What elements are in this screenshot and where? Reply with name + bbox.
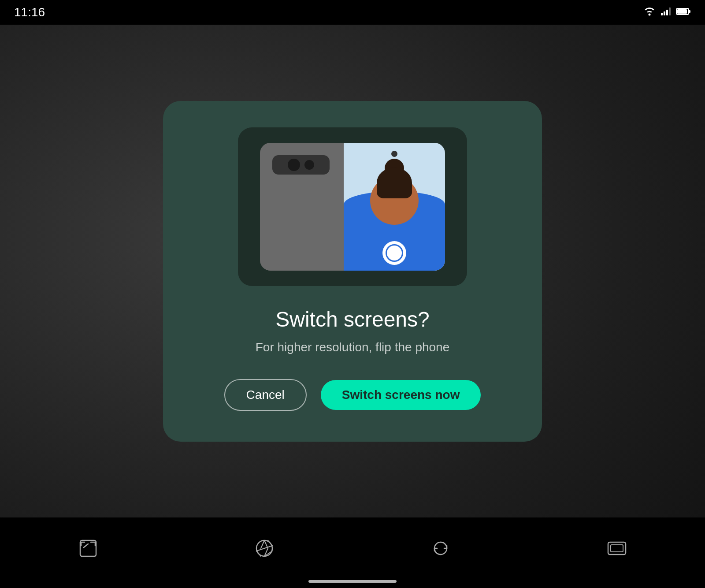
svg-line-14 <box>268 540 272 546</box>
svg-line-5 <box>84 544 88 547</box>
selfie-camera <box>391 151 397 157</box>
status-bar: 11:16 <box>0 0 705 25</box>
main-content: Switch screens? For higher resolution, f… <box>0 25 705 517</box>
dialog-subtitle: For higher resolution, flip the phone <box>256 340 450 354</box>
phone-cover-screen <box>260 143 344 271</box>
avatar-container <box>344 157 445 235</box>
dialog-title: Switch screens? <box>275 307 429 331</box>
record-button[interactable] <box>382 241 406 265</box>
svg-line-13 <box>264 546 272 548</box>
status-icons <box>643 6 691 19</box>
flip-camera-icon <box>428 536 453 561</box>
nav-item-shutter[interactable] <box>247 531 282 566</box>
svg-rect-4 <box>80 540 96 556</box>
shutter-icon <box>252 536 277 561</box>
svg-line-10 <box>256 551 261 556</box>
avatar-head <box>370 176 419 225</box>
avatar-hair <box>377 167 412 198</box>
svg-rect-17 <box>611 545 623 552</box>
resize-icon <box>605 536 629 561</box>
bottom-navigation-bar <box>0 517 705 588</box>
expand-icon <box>76 536 100 561</box>
svg-line-9 <box>256 548 264 551</box>
nav-item-expand[interactable] <box>70 531 106 566</box>
svg-point-0 <box>649 14 651 16</box>
phone-illustration <box>238 127 467 286</box>
camera-lens-1 <box>288 159 300 171</box>
buttons-row: Cancel Switch screens now <box>224 379 481 411</box>
home-indicator <box>308 580 397 583</box>
phone-inner-screen <box>344 143 445 271</box>
record-inner <box>386 244 403 262</box>
svg-line-7 <box>261 540 264 548</box>
phone-body <box>260 143 445 271</box>
battery-icon <box>676 7 691 18</box>
nav-item-resize[interactable] <box>599 531 634 566</box>
dialog-card: Switch screens? For higher resolution, f… <box>163 101 542 442</box>
signal-icon <box>661 7 671 18</box>
cancel-button[interactable]: Cancel <box>224 379 307 411</box>
switch-screens-button[interactable]: Switch screens now <box>321 380 481 410</box>
wifi-icon <box>643 6 656 19</box>
camera-bump <box>272 155 330 175</box>
svg-rect-3 <box>677 9 687 14</box>
nav-item-flip[interactable] <box>423 531 458 566</box>
svg-rect-2 <box>689 10 690 13</box>
status-time: 11:16 <box>14 5 45 19</box>
avatar-face <box>370 176 419 225</box>
camera-lens-2 <box>304 160 314 170</box>
record-button-area <box>344 235 445 271</box>
